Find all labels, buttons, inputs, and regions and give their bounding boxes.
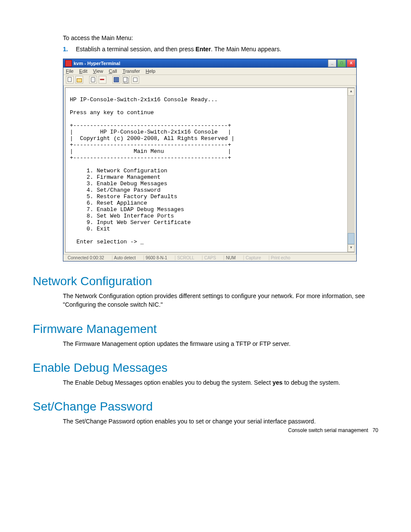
debug-post: to debug the system.	[283, 379, 340, 386]
debug-bold: yes	[272, 379, 282, 386]
status-connected: Connected 0:00:32	[66, 255, 106, 260]
menu-help[interactable]: Help	[146, 68, 156, 74]
status-num: NUM	[224, 255, 237, 260]
tool-copy-icon[interactable]	[122, 76, 130, 84]
page-footer: Console switch serial management 70	[288, 427, 378, 433]
app-icon	[65, 60, 72, 67]
maximize-button[interactable]: □	[337, 59, 346, 67]
footer-label: Console switch serial management	[288, 427, 368, 433]
menu-edit[interactable]: Edit	[79, 68, 87, 74]
heading-set-change-password: Set/Change Password	[33, 400, 378, 414]
tool-save-icon[interactable]	[112, 76, 120, 84]
menu-call[interactable]: Call	[109, 68, 117, 74]
terminal-output: HP IP-Console-Switch-2x1x16 Console Read…	[65, 88, 347, 252]
text-enable-debug: The Enable Debug Messages option enables…	[63, 378, 378, 387]
status-capture: Capture	[243, 255, 263, 260]
menu-file[interactable]: File	[66, 68, 74, 74]
tool-new-icon[interactable]	[66, 76, 74, 84]
tool-hangup-icon[interactable]	[99, 76, 106, 84]
minimize-button[interactable]: _	[328, 59, 336, 67]
intro-text: To access the Main Menu:	[63, 34, 378, 41]
text-set-change-password: The Set/Change Password option enables y…	[63, 417, 378, 426]
window-titlebar[interactable]: kvm - HyperTerminal _ □ X	[63, 59, 356, 68]
heading-firmware-management: Firmware Management	[33, 322, 378, 336]
text-network-configuration: The Network Configuration option provide…	[63, 292, 378, 309]
debug-pre: The Enable Debug Messages option enables…	[63, 379, 272, 386]
step-bold: Enter	[196, 46, 211, 53]
menu-view[interactable]: View	[93, 68, 103, 74]
status-scroll: SCROLL	[175, 255, 196, 260]
menu-bar[interactable]: File Edit View Call Transfer Help	[63, 68, 356, 75]
close-button[interactable]: X	[347, 59, 355, 67]
status-printecho: Print echo	[269, 255, 292, 260]
hyperterminal-window: kvm - HyperTerminal _ □ X File Edit View…	[63, 59, 357, 261]
scroll-down-icon[interactable]: ▼	[348, 244, 355, 252]
scroll-track[interactable]	[348, 96, 355, 244]
window-title: kvm - HyperTerminal	[74, 61, 120, 66]
step-text: Establish a terminal session, and then p…	[76, 46, 378, 53]
step-pre: Establish a terminal session, and then p…	[76, 46, 196, 53]
step-number: 1.	[63, 46, 76, 53]
status-detect: Auto detect	[112, 255, 138, 260]
step-1: 1. Establish a terminal session, and the…	[63, 46, 378, 53]
status-bar: Connected 0:00:32 Auto detect 9600 8-N-1…	[63, 254, 356, 261]
toolbar	[63, 75, 356, 86]
step-post: . The Main Menu appears.	[211, 46, 281, 53]
text-firmware-management: The Firmware Management option updates t…	[63, 339, 378, 348]
tool-properties-icon[interactable]	[131, 76, 139, 84]
status-caps: CAPS	[202, 255, 218, 260]
status-baud: 9600 8-N-1	[143, 255, 169, 260]
tool-open-icon[interactable]	[75, 76, 83, 84]
scroll-up-icon[interactable]: ▲	[348, 88, 355, 96]
tool-call-icon[interactable]	[89, 76, 97, 84]
heading-enable-debug: Enable Debug Messages	[33, 361, 378, 375]
footer-page: 70	[373, 427, 378, 433]
scroll-thumb[interactable]	[348, 233, 355, 244]
menu-transfer[interactable]: Transfer	[122, 68, 140, 74]
heading-network-configuration: Network Configuration	[33, 274, 378, 288]
scrollbar[interactable]: ▲ ▼	[347, 88, 355, 252]
